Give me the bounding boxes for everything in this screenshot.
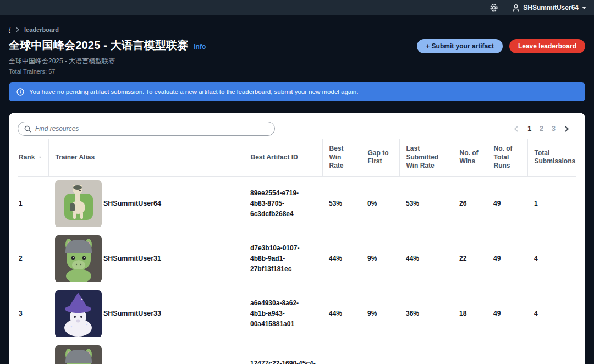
table-row: 1 SHSummitUser64 89ee2554-e719-4b83-8705…	[18, 176, 576, 231]
trainer-alias: SHSummitUser33	[103, 308, 161, 319]
best-win-rate-cell: 44%	[322, 231, 361, 286]
column-header-rank[interactable]: Rank	[18, 139, 48, 176]
breadcrumb-root-link[interactable]: /	[9, 26, 10, 33]
submit-artifact-button[interactable]: + Submit your artifact	[417, 39, 503, 53]
column-header-gap-to-first: Gap to First	[361, 139, 399, 176]
page-title: 全球中国峰会2025 - 大语言模型联赛	[9, 38, 188, 53]
artifact-id-cell: 12477c22-1690-45c4-b106-b7f1452e1e3d	[244, 341, 322, 364]
column-header-label: No. of Total Runs	[494, 145, 513, 169]
trainer-alias: SHSummitUser31	[103, 253, 161, 264]
artifact-id-cell: d7e3b10a-0107-4b8b-9ad1-27bf13f181ec	[244, 231, 322, 286]
column-header-label: Total Submissions	[535, 149, 576, 166]
wins-cell: 22	[453, 231, 487, 286]
pagination: 123	[513, 125, 570, 133]
column-header-label: Best Artifact ID	[251, 153, 298, 161]
topbar-divider	[505, 3, 505, 12]
search-box[interactable]	[18, 122, 275, 136]
leaderboard-card: 123 RankTrainer AliasBest Artifact IDBes…	[9, 113, 585, 364]
trainer-avatar	[55, 290, 102, 337]
page-number-1[interactable]: 1	[527, 125, 531, 133]
last-submitted-win-rate-cell: 44%	[399, 231, 453, 286]
artifact-id-cell: a6e4930a-8a62-4b1b-a943-00a415881a01	[244, 286, 322, 341]
trainer-avatar	[55, 345, 102, 364]
trainer-cell: SHSummitUser45	[48, 341, 244, 364]
topbar: SHSummitUser64	[0, 0, 594, 15]
rank-cell: 2	[18, 231, 48, 286]
column-header-label: Rank	[19, 153, 35, 162]
total-submissions-cell: 3	[527, 341, 576, 364]
rank-cell: 1	[18, 176, 48, 231]
gap-to-first-cell: 0%	[361, 176, 399, 231]
breadcrumb-page: leaderboard	[24, 26, 59, 33]
page-number-2[interactable]: 2	[540, 125, 543, 133]
last-submitted-win-rate-cell: 53%	[399, 176, 453, 231]
banner-text: You have no pending artifact submission.…	[29, 89, 358, 95]
leaderboard-subtitle: 全球中国峰会2025 - 大语言模型联赛	[9, 57, 585, 66]
column-header-best-artifact-id: Best Artifact ID	[244, 139, 322, 176]
sort-triangle-icon[interactable]	[39, 155, 41, 160]
table-row: 3 SHSummitUser33 a6e4930a-8a62-4b1b-a943…	[18, 286, 576, 341]
info-link[interactable]: Info	[194, 43, 206, 51]
column-header-total-submissions: Total Submissions	[527, 139, 576, 176]
wins-cell: 21	[453, 341, 487, 364]
caret-down-icon	[582, 7, 586, 9]
leaderboard-table: RankTrainer AliasBest Artifact IDBest Wi…	[18, 139, 576, 364]
search-icon	[24, 125, 31, 133]
column-header-label: Best Win Rate	[329, 145, 344, 169]
wins-cell: 26	[453, 176, 487, 231]
trainer-cell: SHSummitUser31	[48, 231, 244, 286]
trainer-avatar	[55, 235, 102, 282]
total-submissions-cell: 4	[527, 231, 576, 286]
trainer-avatar	[55, 180, 102, 227]
gear-icon[interactable]	[490, 3, 498, 12]
last-submitted-win-rate-cell: 42%	[399, 341, 453, 364]
column-header-label: Trainer Alias	[56, 153, 95, 161]
chevron-right-icon	[15, 27, 20, 32]
leave-leaderboard-button[interactable]: Leave leaderboard	[509, 39, 585, 53]
column-header-label: No. of Wins	[460, 149, 479, 166]
best-win-rate-cell: 42%	[322, 341, 361, 364]
column-header-label: Last Submitted Win Rate	[406, 145, 439, 169]
total-runs-cell: 49	[487, 231, 527, 286]
column-header-trainer-alias: Trainer Alias	[48, 139, 244, 176]
trainer-alias: SHSummitUser64	[103, 198, 161, 209]
wins-cell: 18	[453, 286, 487, 341]
total-runs-cell: 49	[487, 286, 527, 341]
user-menu[interactable]: SHSummitUser64	[512, 4, 586, 12]
person-icon	[512, 4, 520, 12]
gap-to-first-cell: 9%	[361, 231, 399, 286]
info-banner: You have no pending artifact submission.…	[9, 82, 585, 101]
gap-to-first-cell: 9%	[361, 286, 399, 341]
chevron-right-icon[interactable]	[564, 125, 570, 133]
trainer-cell: SHSummitUser33	[48, 286, 244, 341]
column-header-no-of-total-runs: No. of Total Runs	[487, 139, 527, 176]
column-header-last-submitted-win-rate: Last Submitted Win Rate	[399, 139, 453, 176]
total-runs-cell: 49	[487, 341, 527, 364]
gap-to-first-cell: 11%	[361, 341, 399, 364]
total-submissions-cell: 4	[527, 286, 576, 341]
chevron-left-icon[interactable]	[513, 125, 519, 133]
best-win-rate-cell: 53%	[322, 176, 361, 231]
breadcrumb: / leaderboard	[9, 26, 585, 33]
artifact-id-cell: 89ee2554-e719-4b83-8705-6c3dcfb268e4	[244, 176, 322, 231]
rank-cell: 3	[18, 286, 48, 341]
total-submissions-cell: 1	[527, 176, 576, 231]
table-row: 2 SHSummitUser31 d7e3b10a-0107-4b8b-9ad1…	[18, 231, 576, 286]
total-runs-cell: 49	[487, 176, 527, 231]
username: SHSummitUser64	[523, 4, 579, 12]
trainer-cell: SHSummitUser64	[48, 176, 244, 231]
total-trainers: Total Trainers: 57	[9, 68, 585, 75]
info-circle-icon	[16, 88, 24, 96]
rank-cell: 4	[18, 341, 48, 364]
column-header-label: Gap to First	[368, 149, 389, 166]
search-input[interactable]	[35, 125, 268, 133]
table-row: 4 SHSummitUser45 12477c22-1690-45c4-b106…	[18, 341, 576, 364]
page-number-3[interactable]: 3	[552, 125, 556, 133]
column-header-best-win-rate: Best Win Rate	[322, 139, 361, 176]
last-submitted-win-rate-cell: 36%	[399, 286, 453, 341]
column-header-no-of-wins: No. of Wins	[453, 139, 487, 176]
best-win-rate-cell: 44%	[322, 286, 361, 341]
